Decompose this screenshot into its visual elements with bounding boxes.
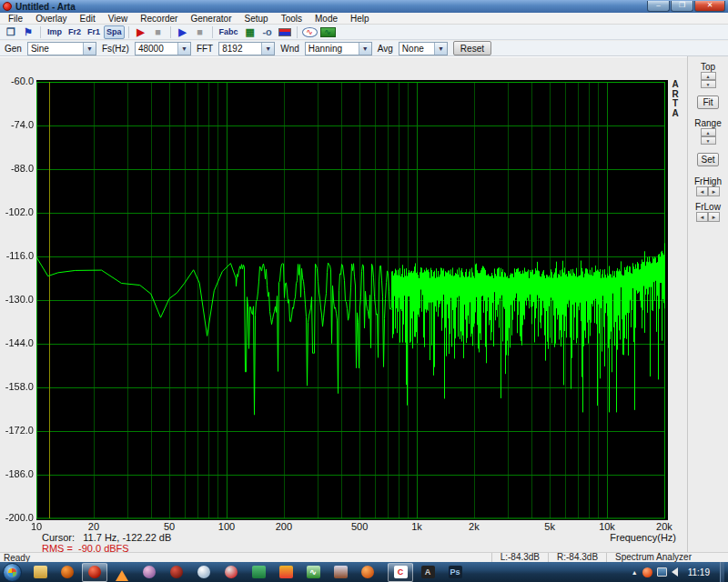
- overlay-flag-button[interactable]: ⚑: [20, 25, 36, 39]
- level-meter-button[interactable]: [277, 25, 293, 39]
- calibrate-button[interactable]: Fabc: [217, 25, 241, 39]
- antivirus-tray-icon[interactable]: [642, 567, 652, 577]
- arta-app-icon: [3, 2, 12, 11]
- taskbar-app-paint[interactable]: [136, 563, 162, 582]
- network-tray-icon[interactable]: [657, 567, 667, 577]
- messenger-icon: [197, 566, 210, 578]
- taskbar-app-green-doc[interactable]: [246, 563, 271, 582]
- menu-setup[interactable]: Setup: [238, 13, 274, 25]
- fit-button[interactable]: Fit: [697, 95, 719, 109]
- frequency-axis-label: Frequency(Hz): [596, 532, 676, 543]
- generate-stop-button[interactable]: ■: [192, 25, 208, 39]
- measurement-settings-toolbar: GenSine▼Fs(Hz)48000▼FFT8192▼WndHanning▼A…: [0, 41, 728, 56]
- title-bar[interactable]: Untitled - Arta – ❐ ✕: [0, 0, 728, 13]
- taskbar-app-arta[interactable]: [82, 563, 107, 582]
- tray-expand-icon[interactable]: ▲: [632, 569, 638, 576]
- status-ready: Ready: [0, 553, 30, 563]
- signal-generator-button[interactable]: ∿: [301, 25, 318, 39]
- taskbar-app-explorer[interactable]: [27, 563, 53, 582]
- reset-button[interactable]: Reset: [453, 41, 491, 55]
- close-button[interactable]: ✕: [694, 1, 725, 12]
- taskbar-app-photoshop[interactable]: Ps: [442, 563, 468, 582]
- y-tick-label: -144.0: [1, 337, 34, 348]
- windows-taskbar: ∿CAPs ▲ 11:19: [0, 562, 728, 582]
- sample-rate-select[interactable]: 48000▼: [135, 42, 191, 55]
- x-tick-label: 2k: [459, 521, 490, 532]
- taskbar-clock[interactable]: 11:19: [682, 567, 715, 577]
- taskbar-app-analyzer[interactable]: ∿: [300, 563, 326, 582]
- maximize-button[interactable]: ❐: [671, 1, 693, 12]
- x-tick-label: 20: [78, 521, 109, 532]
- top-spinner-up[interactable]: ▲: [701, 72, 716, 80]
- chevron-down-icon: ▼: [434, 43, 447, 55]
- imp-mode-button[interactable]: Imp: [45, 25, 65, 39]
- frhigh-label: FrHigh: [688, 176, 728, 186]
- set-button[interactable]: Set: [697, 153, 719, 166]
- status-left-level: L:-84.3dB: [491, 553, 548, 562]
- menu-file[interactable]: File: [2, 13, 29, 25]
- frhigh-stepper-right[interactable]: ►: [708, 186, 720, 196]
- taskbar-app-vlc[interactable]: [109, 563, 135, 582]
- frhigh-stepper-left[interactable]: ◄: [696, 186, 708, 196]
- taskbar-app-firefox[interactable]: [55, 563, 80, 582]
- probe-button[interactable]: -o: [259, 25, 276, 39]
- menu-mode[interactable]: Mode: [308, 13, 344, 25]
- paint-icon: [143, 566, 156, 578]
- toolbar-separator: [40, 26, 41, 38]
- toolbar-separator: [128, 26, 129, 38]
- toolbar-separator: [212, 26, 213, 38]
- status-bar: Ready L:-84.3dB R:-84.3dB Spectrum Analy…: [0, 552, 728, 562]
- menu-recorder[interactable]: Recorder: [134, 13, 184, 25]
- frlow-stepper-left[interactable]: ◄: [696, 212, 708, 222]
- copy-button[interactable]: ❐: [3, 25, 19, 39]
- taskbar-app-vial[interactable]: [328, 563, 353, 582]
- menu-tools[interactable]: Tools: [275, 13, 308, 25]
- menu-generator[interactable]: Generator: [184, 13, 238, 25]
- taskbar-app-red-c[interactable]: C: [388, 563, 413, 582]
- scope-button[interactable]: ∿: [319, 25, 337, 39]
- range-spinner-up[interactable]: ▲: [701, 128, 716, 136]
- minimize-button[interactable]: –: [647, 1, 670, 12]
- menu-view[interactable]: View: [102, 13, 135, 25]
- x-tick-label: 100: [211, 521, 242, 532]
- start-button[interactable]: [3, 563, 22, 582]
- top-spinner-down[interactable]: ▼: [701, 80, 716, 88]
- explorer-icon: [34, 566, 47, 578]
- taskbar-app-media-red[interactable]: [164, 563, 189, 582]
- taskbar-app-pdf[interactable]: [273, 563, 298, 582]
- spa-mode-button[interactable]: Spa: [104, 25, 125, 39]
- taskbar-app-messenger[interactable]: [191, 563, 217, 582]
- window-function-select[interactable]: Hanning▼: [305, 42, 372, 55]
- range-spinner-down[interactable]: ▼: [701, 136, 716, 145]
- fft-size-select[interactable]: 8192▼: [218, 42, 275, 55]
- generator-type-select[interactable]: Sine▼: [27, 42, 96, 55]
- frlow-stepper-right[interactable]: ►: [708, 212, 720, 222]
- averaging-select[interactable]: None▼: [399, 42, 448, 55]
- fr1-mode-button[interactable]: Fr1: [85, 25, 103, 39]
- show-desktop-button[interactable]: [720, 562, 724, 582]
- status-mode: Spectrum Analyzer: [606, 553, 728, 562]
- status-right-level: R:-84.3dB: [548, 553, 606, 562]
- window-title: Untitled - Arta: [15, 2, 76, 12]
- arta-watermark: ARTA: [670, 80, 681, 118]
- taskbar-app-ccleaner[interactable]: [218, 563, 244, 582]
- range-spinner: ▲▼: [701, 128, 716, 145]
- level-meter-icon: [278, 28, 291, 36]
- fr2-mode-button[interactable]: Fr2: [66, 25, 84, 39]
- spectrogram-button[interactable]: ▦: [242, 25, 258, 39]
- taskbar-app-orange-app[interactable]: [355, 563, 380, 582]
- menu-edit[interactable]: Edit: [74, 13, 102, 25]
- record-stop-button[interactable]: ■: [150, 25, 167, 39]
- taskbar-app-audio-a[interactable]: A: [415, 563, 440, 582]
- volume-tray-icon[interactable]: [672, 567, 678, 577]
- y-tick-label: -158.0: [1, 381, 34, 392]
- spectrum-plot-canvas[interactable]: [36, 80, 668, 520]
- menu-help[interactable]: Help: [344, 13, 376, 25]
- menu-overlay[interactable]: Overlay: [29, 13, 73, 25]
- generate-start-button[interactable]: ▶: [175, 25, 191, 39]
- frlow-label: FrLow: [688, 202, 728, 212]
- windows-logo-icon: [8, 568, 16, 577]
- x-tick-label: 10k: [592, 521, 622, 532]
- record-start-button[interactable]: ▶: [133, 25, 149, 39]
- cursor-readout: Cursor: 11.7 Hz, -122.22 dB: [42, 532, 171, 543]
